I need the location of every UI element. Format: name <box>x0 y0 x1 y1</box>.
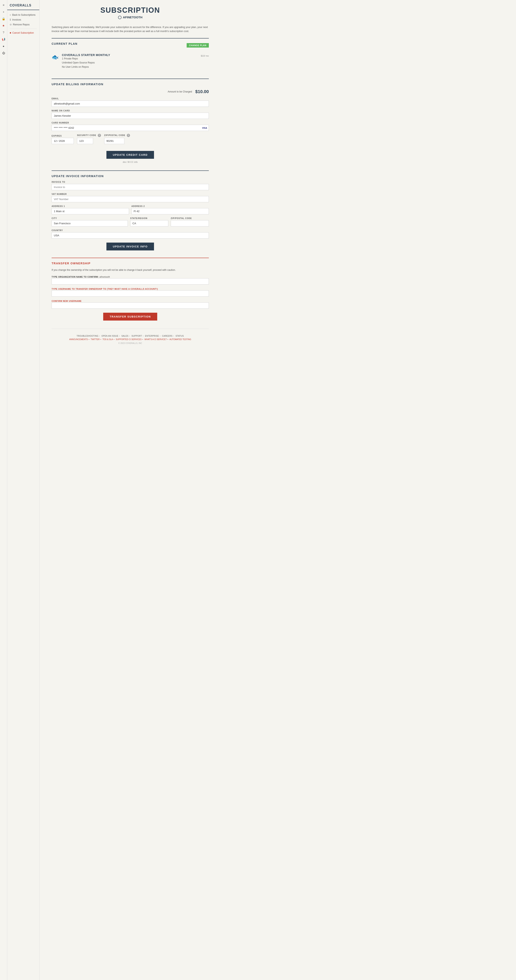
invoices-link[interactable]: $ Invoices <box>7 18 39 22</box>
expires-input[interactable] <box>52 138 74 144</box>
github-icon: ◯ <box>118 15 121 19</box>
footer-troubleshooting[interactable]: TROUBLESHOOTING <box>76 335 98 337</box>
state-col: STATE/REGION <box>130 217 168 229</box>
vat-input[interactable] <box>52 196 209 202</box>
username-transfer-group: TYPE USERNAME TO TRANSFER OWNERSHIP TO (… <box>52 287 209 297</box>
security-help-icon[interactable]: ? <box>98 134 101 137</box>
megaphone-icon[interactable]: 📢 <box>1 37 6 42</box>
plan-info: COVERALLS STARTER MONTHLY 1 Private Repo… <box>62 53 197 69</box>
logo: COVERALLS <box>7 2 39 10</box>
power-icon[interactable]: ⏻ <box>1 50 6 56</box>
expires-label: EXPIRES <box>52 135 74 137</box>
lock-icon[interactable]: 🔒 <box>1 16 6 22</box>
address1-col: ADDRESS 1 <box>52 205 129 217</box>
confirm-username-input[interactable] <box>52 302 209 309</box>
card-input-wrapper: VISA <box>52 125 209 131</box>
expires-col: EXPIRES <box>52 135 74 147</box>
update-invoice-button[interactable]: UPDATE INVOICE INFO <box>107 243 154 250</box>
transfer-section-title: TRANSFER OWNERSHIP <box>52 262 209 265</box>
billing-zip-input[interactable] <box>104 138 124 144</box>
star-icon[interactable]: ★ <box>1 23 6 29</box>
main-content: SUBSCRIPTION ◯ AFINETOOTH Switching plan… <box>40 0 221 355</box>
city-row: CITY STATE/REGION ZIP/POSTAL CODE <box>52 217 209 229</box>
address1-group: ADDRESS 1 <box>52 205 129 215</box>
invoice-to-group: INVOICE TO <box>52 181 209 190</box>
invoice-section-title: UPDATE INVOICE INFORMATION <box>52 175 209 178</box>
state-label: STATE/REGION <box>130 217 168 220</box>
email-group: EMAIL <box>52 97 209 107</box>
page-title: SUBSCRIPTION <box>52 6 209 14</box>
security-label: SECURITY CODE ? <box>77 134 101 137</box>
address1-input[interactable] <box>52 208 129 215</box>
city-label: CITY <box>52 217 128 220</box>
billing-zip-label: ZIP/POSTAL CODE ? <box>104 134 130 137</box>
plan-price: $10/ mo <box>201 53 209 57</box>
footer-automated-testing[interactable]: AUTOMATED TESTING <box>169 338 191 340</box>
card-group: CARD NUMBER VISA <box>52 122 209 131</box>
card-brand: VISA <box>202 127 207 129</box>
footer-open-issue[interactable]: OPEN AN ISSUE <box>101 335 118 337</box>
invoice-to-input[interactable] <box>52 184 209 190</box>
amount-value: $10.00 <box>195 89 209 94</box>
transfer-subscription-button[interactable]: TRANSFER SUBSCRIPTION <box>103 313 157 321</box>
footer-careers[interactable]: CAREERS <box>162 335 172 337</box>
footer-what-ci[interactable]: WHAT'S A CI SERVICE? <box>145 338 167 340</box>
name-group: NAME ON CARD <box>52 110 209 119</box>
country-label: COUNTRY <box>52 229 209 232</box>
update-credit-card-button[interactable]: UPDATE CREDIT CARD <box>107 151 154 159</box>
confirm-username-group: CONFIRM NEW USERNAME <box>52 299 209 309</box>
country-input[interactable] <box>52 232 209 239</box>
name-label: NAME ON CARD <box>52 110 209 112</box>
question-icon[interactable]: ? <box>1 30 6 35</box>
email-input[interactable] <box>52 100 209 107</box>
footer-sales[interactable]: SALES <box>121 335 129 337</box>
org-name-input[interactable] <box>52 278 209 285</box>
zip-col: ZIP/POSTAL CODE <box>171 217 209 229</box>
invoice-zip-group: ZIP/POSTAL CODE <box>171 217 209 226</box>
footer-tos[interactable]: TOS & SLA <box>102 338 113 340</box>
page-header: SUBSCRIPTION ◯ AFINETOOTH <box>52 6 209 19</box>
footer-copyright: © 2023 COVERALLS, INC <box>52 342 209 344</box>
address-row: ADDRESS 1 ADDRESS 2 <box>52 205 209 217</box>
current-plan-section: CURRENT PLAN CHANGE PLAN 🐟 COVERALLS STA… <box>52 38 209 71</box>
footer-twitter[interactable]: TWITTER <box>91 338 100 340</box>
footer-announcements[interactable]: ANNOUNCEMENTS <box>69 338 88 340</box>
vat-group: VAT NUMBER <box>52 193 209 202</box>
security-input[interactable] <box>77 138 93 144</box>
footer-status[interactable]: STATUS <box>175 335 184 337</box>
circle-icon[interactable]: ● <box>1 43 6 49</box>
zip-help-icon[interactable]: ? <box>127 134 130 137</box>
name-input[interactable] <box>52 113 209 119</box>
plan-feature-3: No User Limits on Repos <box>62 65 197 69</box>
country-group: COUNTRY <box>52 229 209 239</box>
change-plan-button[interactable]: CHANGE PLAN <box>186 43 209 48</box>
footer-enterprise[interactable]: ENTERPRISE <box>145 335 159 337</box>
city-group: CITY <box>52 217 128 226</box>
menu-icon[interactable]: ≡ <box>1 2 6 8</box>
state-input[interactable] <box>130 220 168 226</box>
invoice-zip-input[interactable] <box>171 220 209 226</box>
invoice-to-label: INVOICE TO <box>52 181 209 183</box>
info-text: Switching plans will occur immediately. … <box>52 25 209 33</box>
security-col: SECURITY CODE ? <box>77 134 101 147</box>
current-plan-title: CURRENT PLAN <box>52 42 77 45</box>
vat-label: VAT NUMBER <box>52 193 209 195</box>
card-number-input[interactable] <box>52 125 209 131</box>
footer-support[interactable]: SUPPORT <box>132 335 142 337</box>
address2-input[interactable] <box>131 208 209 215</box>
email-label: EMAIL <box>52 97 209 100</box>
nav-divider <box>10 29 37 29</box>
username-transfer-input[interactable] <box>52 290 209 297</box>
back-to-subscriptions[interactable]: « Back to Subscriptions <box>7 13 39 18</box>
footer-ci-services[interactable]: SUPPORTED CI SERVICES <box>116 338 142 340</box>
username-transfer-label: TYPE USERNAME TO TRANSFER OWNERSHIP TO (… <box>52 288 158 290</box>
remove-repos-link[interactable]: ⊖ Remove Repos <box>7 22 39 27</box>
plus-icon[interactable]: + <box>1 9 6 15</box>
city-input[interactable] <box>52 220 128 226</box>
left-nav: COVERALLS « Back to Subscriptions $ Invo… <box>7 0 40 980</box>
state-group: STATE/REGION <box>130 217 168 226</box>
cancel-subscription-link[interactable]: ■ Cancel Subscription <box>7 30 39 35</box>
invoice-section: UPDATE INVOICE INFORMATION INVOICE TO VA… <box>52 170 209 250</box>
minus-circle-icon: ⊖ <box>10 23 12 26</box>
address1-label: ADDRESS 1 <box>52 205 129 207</box>
